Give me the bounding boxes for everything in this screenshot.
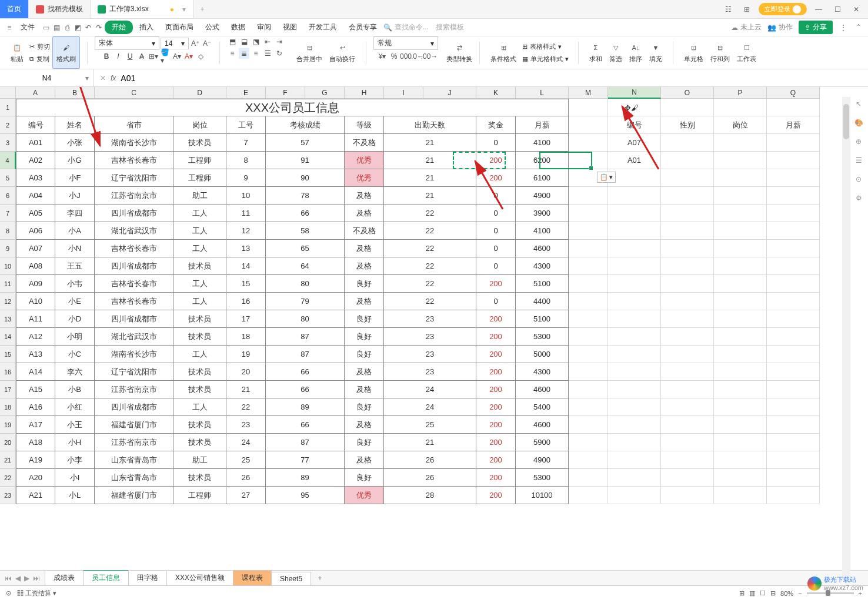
collapse-ribbon-icon[interactable]: ˄ (854, 23, 863, 32)
cell[interactable]: 辽宁省沈阳市 (95, 169, 173, 187)
grid-apps-icon[interactable]: ☷ (721, 2, 735, 16)
cell[interactable] (608, 275, 661, 293)
cell[interactable]: 四川省成都市 (95, 257, 173, 275)
cell[interactable]: 江苏省南京市 (95, 434, 173, 451)
zoom-slider[interactable] (807, 592, 854, 594)
view-normal-icon[interactable]: ⊞ (739, 589, 745, 597)
cell[interactable]: 出勤天数 (384, 116, 476, 134)
cell[interactable]: 0 (476, 257, 516, 275)
cell[interactable]: 200 (476, 381, 516, 398)
cell[interactable] (714, 275, 767, 293)
cell[interactable] (569, 240, 608, 257)
sheet-tab-3[interactable]: 田字格 (128, 570, 167, 585)
row-header-3[interactable]: 3 (0, 134, 16, 152)
cell[interactable]: 小A (55, 222, 95, 240)
cell[interactable]: 吉林省长春市 (95, 275, 173, 293)
cell[interactable]: 四川省成都市 (95, 398, 173, 416)
cell[interactable]: 及格 (345, 293, 384, 310)
cell[interactable]: 不及格 (345, 222, 384, 240)
cell[interactable]: 200 (476, 363, 516, 381)
cell[interactable]: 58 (266, 222, 345, 240)
cell[interactable] (714, 293, 767, 310)
cell[interactable]: 福建省厦门市 (95, 416, 173, 434)
cell[interactable]: 山东省青岛市 (95, 469, 173, 487)
align-justify-icon[interactable]: ☰ (262, 48, 273, 59)
cell[interactable]: 200 (476, 152, 516, 169)
cell[interactable] (767, 152, 820, 169)
cell[interactable] (661, 275, 714, 293)
cell[interactable] (608, 328, 661, 346)
col-header-J[interactable]: J (423, 87, 476, 99)
cell[interactable]: 4600 (516, 381, 569, 398)
cell[interactable] (767, 469, 820, 487)
cell[interactable]: 月薪 (516, 116, 569, 134)
row-header-4[interactable]: 4 (0, 152, 16, 169)
fill-color-button[interactable]: 🪣▾ (160, 51, 171, 62)
print-icon[interactable]: ⎙ (62, 23, 72, 32)
cell[interactable]: A14 (16, 363, 55, 381)
row-header-14[interactable]: 14 (0, 328, 16, 346)
cell[interactable]: 79 (266, 293, 345, 310)
font-size-combo[interactable]: 14▾ (161, 38, 189, 49)
cell[interactable]: 200 (476, 310, 516, 328)
cell[interactable] (569, 152, 608, 169)
cell[interactable]: 湖南省长沙市 (95, 134, 173, 152)
login-button[interactable]: 立即登录 (759, 3, 807, 15)
cell[interactable]: 66 (266, 381, 345, 398)
cell[interactable]: 5900 (516, 434, 569, 451)
add-sheet-button[interactable]: ＋ (311, 571, 329, 585)
cell[interactable]: 小王 (55, 416, 95, 434)
cell[interactable]: 5100 (516, 310, 569, 328)
cell[interactable]: 工人 (173, 398, 226, 416)
name-box[interactable]: ▾ (0, 69, 94, 86)
borders-button[interactable]: ⊞▾ (148, 51, 159, 62)
view-split-icon[interactable]: ⊟ (770, 589, 776, 597)
merge-button[interactable]: ⊟合并居中 (293, 36, 326, 69)
cell[interactable]: 小C (55, 346, 95, 363)
command-search[interactable]: 🔍 查找命令... (383, 22, 429, 32)
cell[interactable]: 66 (266, 416, 345, 434)
cell[interactable]: A11 (16, 310, 55, 328)
cell[interactable]: 小F (55, 169, 95, 187)
cell[interactable]: 5300 (516, 328, 569, 346)
cell[interactable]: 助工 (173, 187, 226, 205)
cell[interactable]: 吉林省长春市 (95, 293, 173, 310)
cell[interactable]: 7 (226, 134, 266, 152)
record-icon[interactable]: ⊙ (6, 589, 11, 597)
cell[interactable] (714, 187, 767, 205)
cell[interactable] (767, 398, 820, 416)
cell[interactable]: 25 (384, 416, 476, 434)
column-headers[interactable]: ABCDEFGHIJKLMNOPQ (16, 87, 820, 99)
cell[interactable] (661, 134, 714, 152)
cell[interactable]: 5000 (516, 346, 569, 363)
cell[interactable] (569, 99, 608, 116)
cell[interactable] (767, 240, 820, 257)
cell[interactable] (569, 310, 608, 328)
cell[interactable] (608, 434, 661, 451)
cell[interactable]: 姓名 (55, 116, 95, 134)
cell[interactable]: A03 (16, 169, 55, 187)
side-style-icon[interactable]: 🎨 (852, 116, 866, 130)
cell[interactable] (661, 469, 714, 487)
cell[interactable] (714, 363, 767, 381)
cell[interactable]: 小J (55, 187, 95, 205)
cell[interactable] (767, 487, 820, 504)
cell[interactable]: 22 (384, 205, 476, 222)
cell[interactable] (767, 381, 820, 398)
cell[interactable]: 编号 (608, 116, 661, 134)
paste-button[interactable]: 📋粘贴 (7, 36, 27, 69)
col-header-K[interactable]: K (476, 87, 516, 99)
select-all-corner[interactable] (0, 87, 16, 99)
align-left-icon[interactable]: ≡ (227, 48, 238, 59)
cell[interactable]: 优秀 (345, 152, 384, 169)
cell[interactable]: A07 (16, 240, 55, 257)
row-header-23[interactable]: 23 (0, 487, 16, 504)
cell[interactable]: 等级 (345, 116, 384, 134)
cell[interactable] (714, 240, 767, 257)
format-painter-button[interactable]: 🖌格式刷 (52, 36, 80, 69)
cell[interactable] (661, 293, 714, 310)
cell[interactable]: 4300 (516, 363, 569, 381)
cell[interactable]: 0 (476, 205, 516, 222)
cell[interactable] (767, 451, 820, 469)
col-header-P[interactable]: P (714, 87, 767, 99)
